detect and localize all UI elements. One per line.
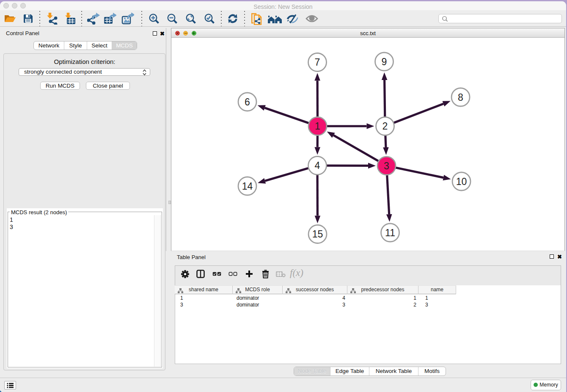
svg-text:11: 11 xyxy=(385,227,395,238)
svg-text:6: 6 xyxy=(245,97,250,108)
svg-text:4: 4 xyxy=(315,160,320,171)
svg-text:8: 8 xyxy=(458,92,463,103)
svg-text:9: 9 xyxy=(382,56,387,67)
svg-text:3: 3 xyxy=(384,160,389,171)
svg-text:14: 14 xyxy=(242,181,253,192)
svg-text:15: 15 xyxy=(312,229,323,240)
svg-text:7: 7 xyxy=(315,57,320,68)
svg-text:2: 2 xyxy=(383,121,388,132)
svg-text:1: 1 xyxy=(315,121,320,132)
svg-text:10: 10 xyxy=(456,176,467,187)
